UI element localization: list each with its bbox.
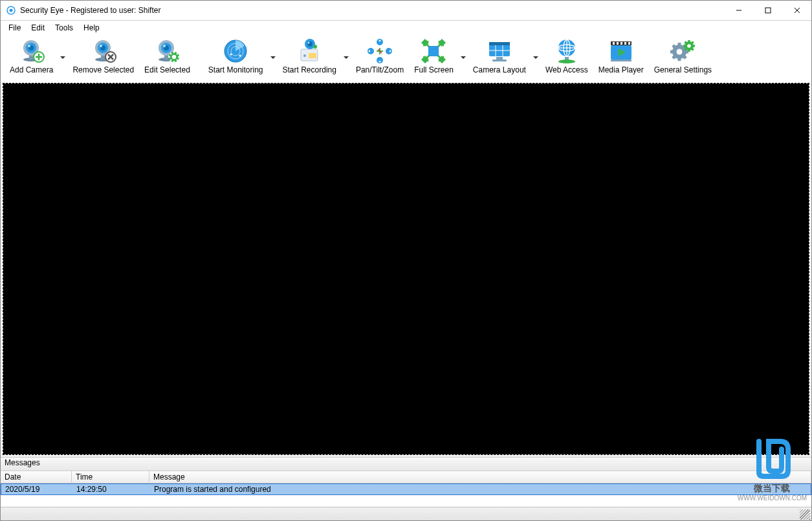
svg-rect-65 bbox=[489, 42, 510, 45]
column-time[interactable]: Time bbox=[72, 471, 149, 483]
status-bar bbox=[1, 507, 811, 520]
radar-icon bbox=[222, 38, 249, 65]
remove-selected-button[interactable]: Remove Selected bbox=[67, 36, 139, 80]
svg-rect-79 bbox=[613, 42, 615, 45]
camera-viewport[interactable] bbox=[3, 83, 809, 454]
svg-line-38 bbox=[170, 60, 171, 61]
full-screen-button[interactable]: Full Screen bbox=[409, 36, 459, 80]
svg-point-43 bbox=[230, 54, 232, 56]
svg-point-98 bbox=[688, 44, 692, 48]
svg-point-30 bbox=[172, 55, 176, 59]
message-row[interactable]: 2020/5/19 14:29:50 Program is started an… bbox=[1, 483, 811, 495]
pan-tilt-zoom-button[interactable]: Pan/Tilt/Zoom bbox=[351, 36, 409, 80]
svg-line-37 bbox=[177, 53, 178, 54]
svg-rect-3 bbox=[765, 8, 771, 13]
start-recording-label: Start Recording bbox=[283, 65, 336, 74]
start-recording-button[interactable]: Start Recording bbox=[278, 36, 342, 80]
camera-layout-button[interactable]: Camera Layout bbox=[468, 36, 531, 80]
svg-rect-82 bbox=[624, 42, 626, 45]
add-camera-dropdown[interactable] bbox=[58, 36, 67, 79]
start-monitoring-button[interactable]: Start Monitoring bbox=[203, 36, 269, 80]
resize-grip-icon[interactable] bbox=[800, 509, 810, 520]
add-camera-icon bbox=[18, 38, 45, 65]
svg-line-35 bbox=[170, 53, 171, 54]
title-bar: Security Eye - Registered to user: Shift… bbox=[1, 1, 811, 21]
svg-point-1 bbox=[10, 9, 13, 12]
start-monitoring-label: Start Monitoring bbox=[208, 65, 263, 74]
close-button[interactable] bbox=[782, 1, 811, 20]
layout-icon bbox=[486, 38, 513, 65]
svg-rect-59 bbox=[428, 46, 439, 56]
full-screen-dropdown[interactable] bbox=[459, 36, 468, 79]
media-player-label: Media Player bbox=[598, 65, 644, 74]
svg-point-51 bbox=[313, 45, 317, 49]
edit-selected-button[interactable]: Edit Selected bbox=[139, 36, 195, 80]
maximize-button[interactable] bbox=[753, 1, 782, 20]
web-access-label: Web Access bbox=[545, 65, 588, 74]
message-text: Program is started and configured bbox=[150, 484, 811, 494]
svg-rect-80 bbox=[617, 42, 619, 45]
messages-panel: Messages Date Time Message 2020/5/19 14:… bbox=[1, 457, 811, 507]
add-camera-button[interactable]: Add Camera bbox=[5, 36, 58, 80]
message-date: 2020/5/19 bbox=[1, 484, 72, 494]
start-monitoring-dropdown[interactable] bbox=[269, 36, 278, 79]
column-message[interactable]: Message bbox=[149, 471, 811, 483]
media-player-button[interactable]: Media Player bbox=[593, 36, 649, 80]
menu-tools[interactable]: Tools bbox=[50, 21, 78, 34]
svg-point-11 bbox=[28, 45, 30, 47]
remove-camera-icon bbox=[90, 38, 117, 65]
camera-layout-dropdown[interactable] bbox=[531, 36, 540, 79]
svg-rect-69 bbox=[496, 57, 503, 60]
app-window: Security Eye - Registered to user: Shift… bbox=[0, 0, 812, 521]
svg-point-77 bbox=[558, 60, 575, 63]
globe-icon bbox=[553, 38, 580, 65]
edit-camera-icon bbox=[153, 38, 181, 65]
column-date[interactable]: Date bbox=[1, 471, 72, 483]
gear-icon bbox=[669, 38, 696, 65]
svg-point-44 bbox=[239, 55, 241, 57]
svg-point-50 bbox=[308, 42, 310, 44]
title-text: Security Eye - Registered to user: Shift… bbox=[20, 6, 160, 15]
messages-body[interactable]: 2020/5/19 14:29:50 Program is started an… bbox=[1, 483, 811, 507]
svg-point-47 bbox=[303, 54, 306, 57]
record-icon bbox=[296, 38, 323, 65]
minimize-button[interactable] bbox=[724, 1, 753, 20]
app-icon bbox=[6, 5, 16, 16]
menu-file[interactable]: File bbox=[3, 21, 26, 34]
messages-label: Messages bbox=[1, 457, 811, 471]
web-access-button[interactable]: Web Access bbox=[540, 36, 593, 80]
messages-header: Date Time Message bbox=[1, 471, 811, 483]
pan-tilt-zoom-label: Pan/Tilt/Zoom bbox=[356, 65, 404, 74]
menu-help[interactable]: Help bbox=[78, 21, 105, 34]
svg-rect-81 bbox=[620, 42, 622, 45]
svg-point-20 bbox=[100, 45, 102, 47]
full-screen-label: Full Screen bbox=[414, 65, 454, 74]
general-settings-label: General Settings bbox=[654, 65, 712, 74]
svg-line-36 bbox=[177, 60, 178, 61]
menu-bar: File Edit Tools Help bbox=[1, 21, 811, 34]
camera-layout-label: Camera Layout bbox=[473, 65, 526, 74]
messages-grid: Date Time Message 2020/5/19 14:29:50 Pro… bbox=[1, 471, 811, 507]
message-time: 14:29:50 bbox=[72, 484, 150, 494]
start-recording-dropdown[interactable] bbox=[342, 36, 351, 79]
svg-rect-46 bbox=[309, 53, 316, 58]
toolbar: Add Camera Remove Selected bbox=[1, 34, 811, 81]
svg-rect-86 bbox=[611, 60, 631, 61]
svg-point-29 bbox=[163, 45, 166, 47]
general-settings-button[interactable]: General Settings bbox=[649, 36, 717, 80]
menu-edit[interactable]: Edit bbox=[26, 21, 50, 34]
ptz-icon bbox=[366, 38, 393, 65]
media-player-icon bbox=[608, 38, 635, 65]
svg-rect-83 bbox=[628, 42, 630, 45]
remove-selected-label: Remove Selected bbox=[72, 65, 134, 74]
add-camera-label: Add Camera bbox=[10, 65, 53, 74]
svg-point-92 bbox=[677, 49, 683, 55]
edit-selected-label: Edit Selected bbox=[144, 65, 190, 74]
fullscreen-icon bbox=[420, 38, 447, 65]
svg-rect-70 bbox=[492, 60, 507, 61]
camera-viewport-area bbox=[1, 81, 811, 455]
